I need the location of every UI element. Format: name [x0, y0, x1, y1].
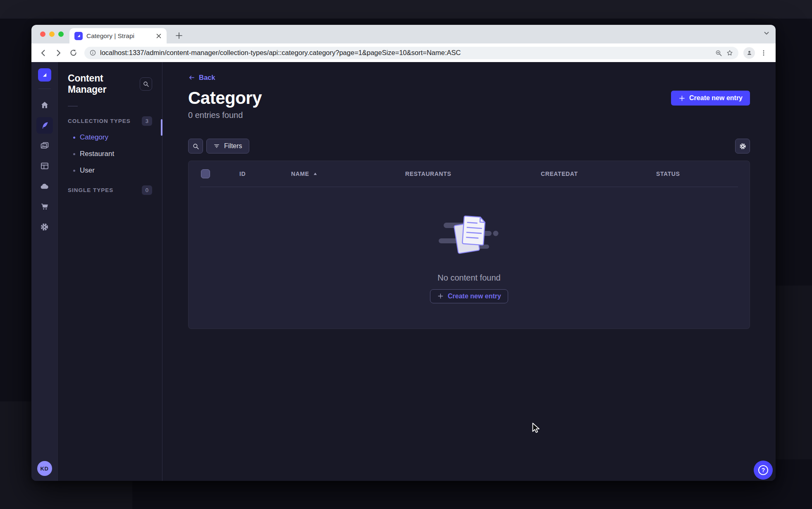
- item-label: Restaurant: [80, 150, 114, 158]
- column-header-createdat[interactable]: CREATEDAT: [541, 170, 656, 177]
- subnav-divider: [68, 106, 78, 106]
- empty-state-message: No content found: [437, 273, 500, 283]
- no-content-illustration: [438, 213, 501, 261]
- collection-types-label: COLLECTION TYPES: [68, 118, 131, 124]
- minimize-window-button[interactable]: [49, 31, 55, 37]
- tab-close-icon[interactable]: [155, 32, 162, 40]
- bookmark-star-icon[interactable]: [726, 49, 733, 57]
- create-new-entry-button[interactable]: Create new entry: [671, 91, 750, 106]
- media-library-icon[interactable]: [36, 137, 53, 154]
- zoom-icon[interactable]: [715, 49, 722, 57]
- desktop-background-strip: [0, 0, 812, 19]
- item-label: User: [80, 166, 95, 175]
- entries-count: 0 entries found: [188, 110, 750, 120]
- nav-divider: [38, 89, 51, 89]
- entries-table: ID NAME RESTAURANTS CREATEDAT STATUS: [188, 161, 750, 329]
- close-window-button[interactable]: [40, 31, 45, 37]
- help-button[interactable]: ?: [754, 461, 773, 480]
- create-new-entry-empty-button[interactable]: Create new entry: [430, 289, 508, 303]
- back-icon[interactable]: [37, 47, 50, 59]
- search-icon[interactable]: [140, 77, 152, 91]
- zoom-window-button[interactable]: [58, 31, 64, 37]
- content-manager-icon[interactable]: [36, 117, 53, 134]
- filters-button[interactable]: Filters: [206, 139, 249, 154]
- main-nav: KD: [31, 62, 58, 481]
- question-mark-icon: ?: [758, 465, 768, 475]
- sidebar-item-user[interactable]: User: [58, 162, 162, 179]
- back-link[interactable]: Back: [188, 74, 215, 82]
- back-label: Back: [199, 74, 215, 82]
- bullet-icon: [73, 137, 75, 139]
- browser-tab-strip: Category | Strapi: [31, 25, 776, 43]
- content-type-builder-icon[interactable]: [36, 158, 53, 174]
- arrow-left-icon: [188, 74, 195, 81]
- sidebar-item-restaurant[interactable]: Restaurant: [58, 146, 162, 162]
- address-bar[interactable]: localhost:1337/admin/content-manager/col…: [84, 47, 738, 59]
- reload-icon[interactable]: [67, 47, 79, 59]
- single-types-count-badge: 0: [142, 185, 152, 195]
- table-header-row: ID NAME RESTAURANTS CREATEDAT STATUS: [189, 161, 750, 187]
- home-icon[interactable]: [36, 97, 53, 113]
- browser-menu-icon[interactable]: [757, 47, 770, 59]
- bullet-icon: [73, 170, 75, 172]
- strapi-favicon-icon: [74, 32, 83, 40]
- sort-asc-icon: [313, 172, 318, 176]
- settings-icon[interactable]: [36, 218, 53, 235]
- item-label: Category: [80, 133, 108, 142]
- single-types-label: SINGLE TYPES: [68, 187, 113, 193]
- user-avatar[interactable]: KD: [37, 461, 52, 476]
- url-text: localhost:1337/admin/content-manager/col…: [100, 49, 711, 57]
- new-tab-button[interactable]: [172, 29, 186, 42]
- subnav-title: Content Manager: [68, 73, 140, 95]
- marketplace-icon[interactable]: [36, 198, 53, 215]
- page-title: Category: [188, 88, 262, 108]
- forward-icon[interactable]: [52, 47, 64, 59]
- bullet-icon: [73, 153, 75, 155]
- browser-profile-icon[interactable]: [743, 47, 755, 59]
- tab-search-chevron-icon[interactable]: [763, 30, 770, 38]
- column-header-id[interactable]: ID: [239, 170, 291, 177]
- strapi-logo[interactable]: [38, 68, 51, 82]
- select-all-checkbox[interactable]: [201, 169, 210, 178]
- column-header-status[interactable]: STATUS: [656, 170, 750, 177]
- plus-icon: [678, 95, 685, 102]
- content-manager-subnav: Content Manager COLLECTION TYPES 3 Categ…: [58, 62, 162, 481]
- browser-window: Category | Strapi localhost:1337/admin/c…: [31, 25, 776, 481]
- search-icon[interactable]: [188, 139, 203, 154]
- browser-toolbar: localhost:1337/admin/content-manager/col…: [31, 43, 776, 62]
- window-controls: [40, 31, 64, 37]
- sidebar-item-category[interactable]: Category: [58, 129, 162, 146]
- empty-state: No content found Create new entry: [189, 187, 750, 329]
- tab-title: Category | Strapi: [86, 32, 155, 40]
- cloud-icon[interactable]: [36, 178, 53, 194]
- filter-icon: [213, 143, 220, 149]
- column-header-name[interactable]: NAME: [291, 170, 405, 177]
- gear-icon[interactable]: [735, 139, 750, 154]
- site-info-icon[interactable]: [89, 49, 96, 56]
- strapi-admin: KD Content Manager COLLECTION TYPES 3 Ca…: [31, 62, 776, 481]
- collection-types-list: Category Restaurant User: [58, 129, 162, 179]
- main-content: Back Category Create new entry 0 entries…: [162, 62, 776, 481]
- plus-icon: [437, 293, 444, 300]
- collection-types-count-badge: 3: [142, 116, 152, 126]
- browser-tab[interactable]: Category | Strapi: [69, 28, 167, 43]
- column-header-restaurants[interactable]: RESTAURANTS: [405, 170, 541, 177]
